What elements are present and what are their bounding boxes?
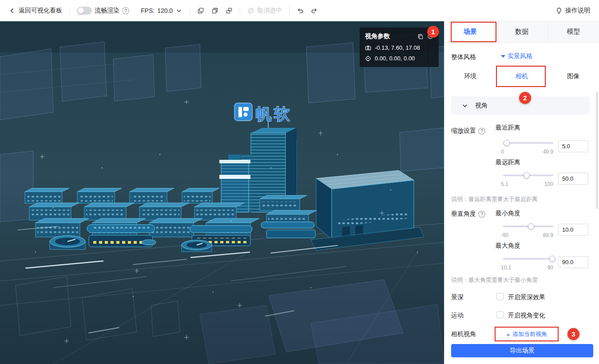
divider [69,7,70,15]
logo-text: 帆软 [256,105,292,123]
subtab-camera[interactable]: 相机 [496,66,547,87]
divider [190,7,190,15]
back-button[interactable]: 返回可视化看板 [9,7,62,15]
camera-icon [365,45,371,51]
step-badge-2: 2 [519,92,531,104]
main-area: 帆软 [0,21,599,364]
fps-label: FPS: [141,7,155,14]
help-label: 操作说明 [565,7,590,15]
chevron-down-icon [175,7,182,14]
camera-position-value: -0.13, 7.60, 17.08 [375,44,420,51]
overall-style-label: 整体风格 [451,53,476,61]
redo-icon[interactable] [311,7,318,14]
motion-option-label: 开启视角变化 [508,312,545,320]
near-distance-slider[interactable] [503,142,553,144]
dof-label: 景深 [451,293,464,301]
subtab-image[interactable]: 图像 [547,66,599,87]
zoom-settings-label: 缩放设置 ? [451,127,485,135]
export-scene-button[interactable]: 导出场景 [451,344,593,357]
deselect-icon [247,7,254,14]
help-question-icon[interactable]: ? [122,7,129,14]
far-distance-input[interactable] [558,173,588,185]
step-badge-3: 3 [567,328,579,340]
plus-icon: + [506,331,510,338]
style-value: 实景风格 [508,52,532,60]
far-distance-label: 最远距离 [496,158,520,166]
motion-label: 运动 [451,312,464,320]
panel-subtabs: 环境 相机 图像 [444,66,599,87]
min-angle-input[interactable] [558,224,588,236]
dof-option-label: 开启景深效果 [508,293,545,301]
top-toolbar: 返回可视化看板 流畅渲染 ? FPS: 120.0 取消选中 操作说明 [0,0,599,21]
smooth-render-toggle[interactable] [77,7,92,15]
camera-params-overlay: 视角参数 -0.13, 7.60, 17.08 0.00, 0.00, 0.00 [360,28,439,67]
step-badge-1: 1 [427,26,439,38]
tab-data[interactable]: 数据 [496,21,547,42]
back-label: 返回可视化看板 [19,7,62,15]
smooth-render-label: 流畅渲染 [95,7,119,15]
vertical-angle-label: 垂直角度 ? [451,210,485,218]
max-angle-handle[interactable] [549,256,555,262]
max-angle-scale: 10.190 [501,265,553,271]
min-angle-scale: -9089.9 [501,232,553,238]
bring-to-front-icon[interactable] [197,7,204,14]
deselect-label: 取消选中 [257,7,282,15]
undo-icon[interactable] [297,7,304,14]
divider [289,7,290,15]
fps-dropdown[interactable]: FPS: 120.0 [141,7,182,14]
view-section-title: 视角 [475,102,488,110]
vertical-hint: 说明：最大角度需要大于最小角度 [451,276,538,284]
overlay-title: 视角参数 [365,32,390,40]
lightbulb-icon [555,7,563,14]
city-scene: 帆软 [0,21,444,364]
back-chevron-icon [9,7,16,14]
subtab-environment[interactable]: 环境 [444,66,496,87]
chevron-down-icon [462,103,468,109]
fps-value: 120.0 [157,7,173,14]
camera-view-label: 相机视角 [451,330,476,338]
help-button[interactable]: 操作说明 [555,7,590,15]
caret-down-icon [501,55,505,58]
tab-model[interactable]: 模型 [547,21,599,42]
vertical-help-icon[interactable]: ? [478,211,485,218]
layers-icon[interactable] [226,7,233,14]
panel-scrollbar[interactable] [596,91,598,209]
max-angle-slider[interactable] [503,258,553,260]
dof-checkbox[interactable] [496,293,504,300]
min-angle-handle[interactable] [528,223,534,229]
add-current-view-button[interactable]: + 添加当前视角 [496,328,557,340]
camera-rotation-value: 0.00, 0.00, 0.00 [375,55,415,62]
zoom-hint: 说明：最远距离需要大于最近距离 [451,195,538,203]
scene-viewport[interactable]: 帆软 [0,21,444,364]
near-distance-handle[interactable] [504,140,510,146]
motion-checkbox[interactable] [496,311,504,318]
settings-panel: 场景 数据 模型 整体风格 实景风格 环境 相机 图像 视角 缩放设置 ? [444,21,599,364]
far-distance-handle[interactable] [524,172,530,178]
divider [240,7,240,15]
app: 返回可视化看板 流畅渲染 ? FPS: 120.0 取消选中 操作说明 [0,0,599,364]
deselect-button[interactable]: 取消选中 [247,7,282,15]
max-angle-label: 最大角度 [496,242,520,250]
min-angle-slider[interactable] [503,226,553,227]
send-to-back-icon[interactable] [211,7,218,14]
near-distance-label: 最近距离 [496,124,520,132]
near-distance-scale: 049.9 [501,149,553,155]
zoom-help-icon[interactable]: ? [478,128,485,135]
panel-tabs: 场景 数据 模型 [444,21,599,43]
near-distance-input[interactable] [558,140,588,152]
min-angle-label: 最小角度 [496,210,520,218]
far-distance-scale: 5.1100 [501,181,553,187]
add-current-view-label: 添加当前视角 [512,330,547,338]
max-angle-input[interactable] [558,256,588,268]
rotation-icon [365,55,371,62]
style-dropdown[interactable]: 实景风格 [501,52,532,60]
copy-icon[interactable] [417,33,424,40]
far-distance-slider[interactable] [503,174,553,176]
tab-scene[interactable]: 场景 [444,21,496,42]
fanruan-logo: 帆软 [234,103,292,123]
